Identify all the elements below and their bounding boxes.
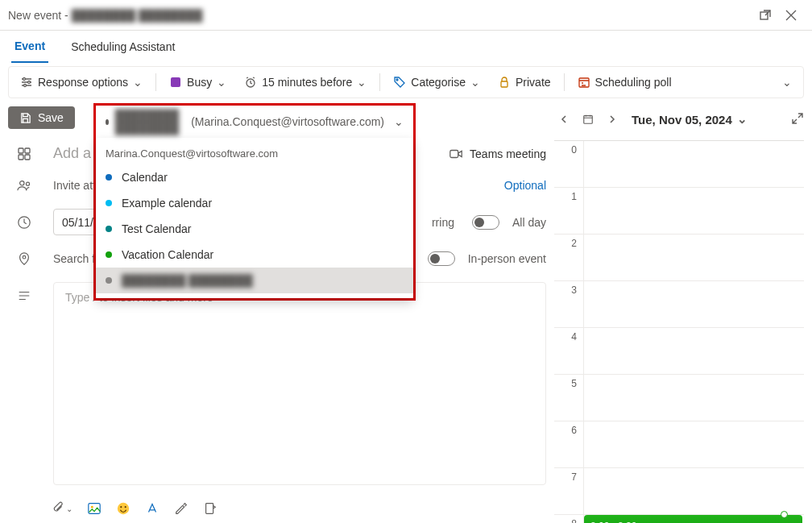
optional-button[interactable]: Optional <box>504 179 546 192</box>
chevron-down-icon: ⌄ <box>782 76 792 89</box>
reminder-button[interactable]: 15 minutes before ⌄ <box>238 69 373 95</box>
svg-point-17 <box>23 255 26 259</box>
timeline[interactable]: 0 1 2 3 4 5 6 7 8 8:00 - 8:30 <box>554 140 804 523</box>
busy-icon <box>169 76 182 89</box>
hour-label: 3 <box>554 281 583 327</box>
calendar-selector-user: ████████ ████████ <box>115 109 184 135</box>
chevron-down-icon: ⌄ <box>217 76 226 89</box>
dot-icon <box>106 119 109 125</box>
svg-point-3 <box>24 85 27 87</box>
svg-point-22 <box>125 506 126 508</box>
svg-point-2 <box>28 81 31 84</box>
calendar-selector-highlight: ████████ ████████ (Marina.Conquest@virto… <box>93 103 416 301</box>
inperson-toggle[interactable] <box>428 251 455 266</box>
emoji-icon[interactable] <box>116 501 130 516</box>
svg-rect-4 <box>171 77 180 87</box>
svg-point-21 <box>120 506 122 508</box>
event-form: Save Add a t Teams meeting Invite atte O… <box>8 106 546 523</box>
hour-label: 5 <box>554 375 583 421</box>
allday-toggle[interactable] <box>472 215 499 230</box>
tabs: Event Scheduling Assistant <box>0 31 812 63</box>
calendar-option[interactable]: Example calendar <box>96 190 413 216</box>
schedule-pane: Tue, Nov 05, 2024 ⌄ 0 1 2 3 4 5 6 7 8 8:… <box>554 106 804 523</box>
window-title-prefix: New event - <box>8 9 68 22</box>
hour-label: 4 <box>554 328 583 374</box>
hour-label: 6 <box>554 421 583 467</box>
dot-icon <box>106 226 112 232</box>
prev-day-button[interactable] <box>554 110 574 129</box>
allday-label: All day <box>512 216 546 229</box>
private-button[interactable]: Private <box>491 69 557 95</box>
save-icon <box>19 112 31 124</box>
schedule-date-picker[interactable]: Tue, Nov 05, 2024 ⌄ <box>632 112 748 127</box>
svg-point-14 <box>20 181 24 185</box>
save-button[interactable]: Save <box>8 106 75 129</box>
today-button[interactable] <box>578 110 598 129</box>
dot-icon <box>106 277 112 284</box>
svg-rect-7 <box>501 81 508 87</box>
alarm-icon <box>244 76 257 89</box>
calendar-selector-button[interactable]: ████████ ████████ (Marina.Conquest@virto… <box>96 106 413 138</box>
image-icon[interactable] <box>87 501 102 516</box>
dot-icon <box>106 251 112 258</box>
svg-rect-11 <box>19 155 23 160</box>
svg-rect-24 <box>584 116 593 124</box>
dot-icon <box>106 174 112 181</box>
hour-label: 1 <box>554 188 583 234</box>
svg-rect-0 <box>760 12 768 19</box>
sliders-icon <box>20 76 33 89</box>
clock-icon <box>8 215 40 230</box>
dropdown-account-header: Marina.Conquest@virtosoftware.com <box>96 143 413 164</box>
svg-rect-23 <box>206 504 213 514</box>
svg-point-15 <box>26 182 29 185</box>
teams-meeting-label: Teams meeting <box>470 147 546 160</box>
location-icon <box>8 251 40 266</box>
people-icon <box>8 178 40 193</box>
lock-icon <box>498 76 511 89</box>
next-day-button[interactable] <box>603 110 622 129</box>
recurrence-label: rring <box>432 216 454 229</box>
scheduling-poll-button[interactable]: Scheduling poll <box>571 69 678 95</box>
text-format-icon[interactable] <box>145 501 160 516</box>
attach-icon[interactable]: ⌄ <box>52 501 72 516</box>
window-title-user: ████████ ████████ <box>72 9 203 22</box>
chevron-down-icon: ⌄ <box>133 76 143 89</box>
expand-schedule-button[interactable] <box>791 112 804 127</box>
tab-scheduling-assistant[interactable]: Scheduling Assistant <box>68 31 178 63</box>
hour-label: 8 <box>554 515 583 523</box>
calendar-option[interactable]: Vacation Calendar <box>96 242 413 268</box>
close-icon[interactable] <box>778 2 804 28</box>
status-busy-button[interactable]: Busy ⌄ <box>163 69 233 95</box>
hour-label: 7 <box>554 468 583 514</box>
more-icon[interactable] <box>203 501 218 516</box>
svg-rect-10 <box>25 148 30 153</box>
poll-icon <box>578 76 590 89</box>
signature-icon[interactable] <box>174 501 188 516</box>
editor-toolbar: ⌄ <box>8 493 546 516</box>
calendar-selector-dropdown: Marina.Conquest@virtosoftware.com Calend… <box>96 138 413 298</box>
schedule-event-block[interactable]: 8:00 - 8:30 <box>584 515 802 523</box>
svg-point-19 <box>91 506 93 508</box>
title-icon <box>8 147 40 161</box>
svg-point-6 <box>396 79 398 81</box>
ribbon: Response options ⌄ Busy ⌄ 15 minutes bef… <box>8 66 804 98</box>
popout-icon[interactable] <box>752 2 778 28</box>
chevron-down-icon: ⌄ <box>470 76 480 89</box>
categorise-button[interactable]: Categorise ⌄ <box>387 69 487 95</box>
description-input[interactable]: Type / to insert files and more <box>53 282 546 485</box>
event-resize-handle[interactable] <box>781 511 788 518</box>
calendar-option[interactable]: Calendar <box>96 164 413 190</box>
svg-rect-12 <box>25 155 30 160</box>
ribbon-overflow[interactable]: ⌄ <box>776 69 798 95</box>
hour-label: 2 <box>554 235 583 280</box>
tab-event[interactable]: Event <box>11 31 48 63</box>
response-options-button[interactable]: Response options ⌄ <box>14 69 149 95</box>
svg-point-1 <box>23 78 26 81</box>
calendar-selector-email: (Marina.Conquest@virtosoftware.com) <box>191 115 384 128</box>
calendar-option[interactable]: Test Calendar <box>96 216 413 242</box>
chevron-down-icon: ⌄ <box>394 115 404 128</box>
window-titlebar: New event - ████████ ████████ <box>0 0 812 31</box>
calendar-account-option[interactable]: ████████ ████████ <box>96 268 413 293</box>
description-icon <box>8 282 40 303</box>
svg-rect-13 <box>450 150 458 157</box>
